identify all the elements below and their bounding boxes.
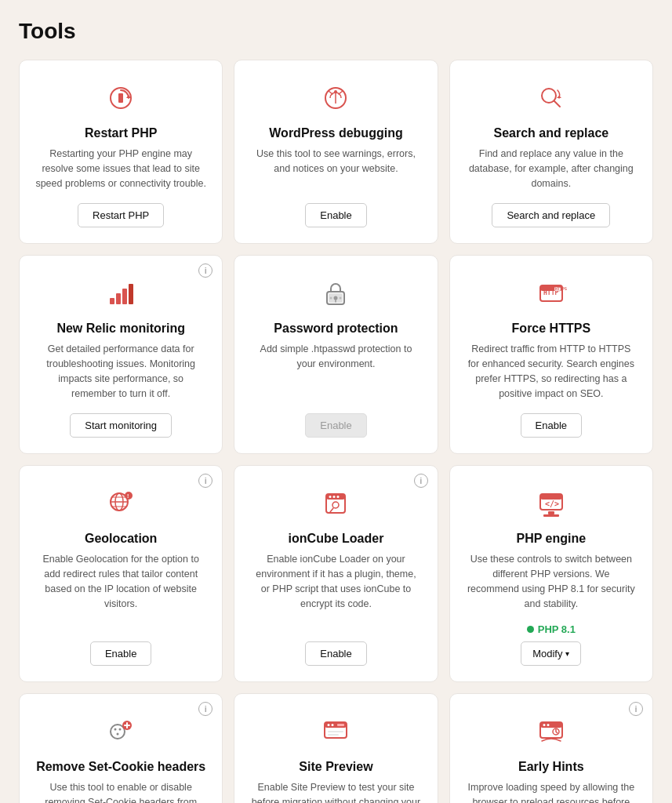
svg-rect-11 [122, 289, 127, 304]
card-search-replace-desc: Find and replace any value in the databa… [466, 147, 637, 191]
card-site-preview-title: Site Preview [299, 760, 372, 774]
new-relic-info-icon[interactable]: i [198, 263, 212, 278]
card-geolocation: i ! Geolocation Enable Geolocation for t… [19, 465, 223, 682]
svg-point-52 [332, 724, 334, 726]
start-monitoring-button[interactable]: Start monitoring [70, 413, 172, 438]
card-early-hints-title: Early Hints [518, 760, 584, 774]
php-version-label: PHP 8.1 [538, 623, 576, 635]
card-site-preview: Site Preview Enable Site Preview to test… [234, 693, 438, 803]
card-early-hints: i Early Hints Improve loading speed by a… [449, 693, 653, 803]
svg-rect-38 [540, 494, 562, 500]
card-geolocation-actions: Enable [35, 641, 206, 666]
card-geolocation-desc: Enable Geolocation for the option to add… [35, 552, 206, 629]
ioncube-enable-button[interactable]: Enable [305, 641, 366, 666]
card-ioncube-actions: Enable [250, 641, 421, 666]
geolocation-enable-button[interactable]: Enable [90, 641, 151, 666]
card-force-https-title: Force HTTPS [512, 322, 590, 336]
modify-label: Modify [532, 648, 562, 659]
card-search-replace-title: Search and replace [493, 126, 608, 140]
php-engine-icon: </> [532, 485, 570, 522]
early-hints-icon [532, 713, 570, 750]
force-https-icon: HTTP HTTPS [532, 274, 570, 312]
card-php-engine-actions: PHP 8.1 Modify ▾ [466, 623, 637, 666]
svg-rect-2 [118, 93, 123, 103]
svg-rect-41 [543, 514, 559, 517]
svg-text:</>: </> [545, 500, 559, 508]
card-php-engine-title: PHP engine [517, 532, 587, 546]
wordpress-debugging-enable-button[interactable]: Enable [305, 203, 366, 227]
svg-rect-40 [548, 511, 554, 514]
svg-point-45 [117, 733, 119, 736]
search-replace-icon [532, 79, 570, 117]
svg-point-36 [332, 502, 339, 508]
svg-rect-12 [129, 284, 133, 304]
card-new-relic: i New Relic monitoring Get detailed perf… [19, 255, 223, 454]
svg-point-43 [114, 729, 117, 731]
svg-text:HTTPS: HTTPS [555, 286, 567, 291]
card-ioncube-desc: Enable ionCube Loader on your environmen… [250, 552, 421, 629]
geolocation-info-icon[interactable]: i [198, 474, 212, 488]
card-php-engine: </> PHP engine Use these controls to swi… [449, 465, 653, 682]
page-title: Tools [19, 19, 653, 44]
svg-point-35 [337, 496, 340, 498]
card-password-protection-desc: Add simple .htpasswd protection to your … [250, 342, 421, 401]
ioncube-icon [317, 485, 354, 522]
remove-cookie-info-icon[interactable]: i [198, 702, 212, 716]
svg-point-5 [334, 90, 337, 93]
new-relic-icon [102, 274, 140, 312]
site-preview-icon [317, 713, 354, 750]
card-ioncube: i ionCube Loader Enable ionCube Loader o… [234, 465, 438, 682]
svg-point-33 [329, 496, 332, 498]
svg-rect-10 [116, 293, 121, 304]
svg-rect-9 [110, 298, 114, 304]
card-restart-php-actions: Restart PHP [35, 203, 206, 227]
card-password-protection-actions: Enable [250, 413, 421, 438]
card-search-replace: Search and replace Find and replace any … [449, 60, 653, 244]
card-new-relic-desc: Get detailed performance data for troubl… [35, 342, 206, 401]
card-new-relic-actions: Start monitoring [35, 413, 206, 438]
svg-point-34 [333, 496, 336, 498]
card-wordpress-debugging-title: WordPress debugging [269, 126, 402, 140]
card-php-engine-desc: Use these controls to switch between dif… [466, 552, 637, 611]
card-restart-php-desc: Restarting your PHP engine may resolve s… [35, 147, 206, 191]
svg-rect-55 [328, 734, 339, 736]
card-wordpress-debugging: WordPress debugging Use this tool to see… [234, 60, 438, 244]
card-restart-php: Restart PHP Restarting your PHP engine m… [19, 60, 223, 244]
ioncube-info-icon[interactable]: i [414, 474, 428, 488]
force-https-enable-button[interactable]: Enable [521, 413, 582, 438]
card-site-preview-desc: Enable Site Preview to test your site be… [250, 780, 421, 803]
svg-rect-53 [337, 724, 344, 726]
svg-rect-54 [328, 731, 343, 732]
tools-grid: Restart PHP Restarting your PHP engine m… [19, 60, 653, 803]
early-hints-info-icon[interactable]: i [629, 702, 643, 716]
card-search-replace-actions: Search and replace [466, 203, 637, 227]
svg-line-7 [554, 101, 560, 107]
svg-marker-8 [557, 96, 561, 98]
svg-point-44 [119, 729, 122, 731]
card-remove-set-cookie-desc: Use this tool to enable or disable remov… [35, 780, 206, 803]
card-early-hints-desc: Improve loading speed by allowing the br… [466, 780, 637, 803]
card-wordpress-debugging-desc: Use this tool to see warnings, errors, a… [250, 147, 421, 191]
card-password-protection-title: Password protection [274, 322, 398, 336]
card-restart-php-title: Restart PHP [85, 126, 157, 140]
php-version-status: PHP 8.1 [527, 623, 576, 635]
card-remove-set-cookie-title: Remove Set-Cookie headers [36, 760, 205, 774]
php-modify-button[interactable]: Modify ▾ [521, 641, 581, 666]
restart-php-icon [102, 79, 140, 117]
restart-php-button[interactable]: Restart PHP [78, 203, 164, 227]
card-force-https-desc: Redirect traffic from HTTP to HTTPS for … [466, 342, 637, 401]
card-force-https: HTTP HTTPS Force HTTPS Redirect traffic … [449, 255, 653, 454]
modify-chevron-icon: ▾ [565, 649, 569, 658]
card-password-protection: Password protection Add simple .htpasswd… [234, 255, 438, 454]
svg-point-18 [340, 297, 342, 300]
card-remove-set-cookie: i Remove Set-Cookie headers Use this too… [19, 693, 223, 803]
search-replace-button[interactable]: Search and replace [492, 203, 610, 227]
geolocation-icon: ! [102, 485, 140, 522]
php-status-dot [527, 626, 534, 633]
svg-point-59 [547, 724, 549, 726]
svg-point-58 [543, 724, 545, 726]
card-geolocation-title: Geolocation [85, 532, 157, 546]
card-wordpress-debugging-actions: Enable [250, 203, 421, 227]
wordpress-debug-icon [317, 79, 354, 117]
card-ioncube-title: ionCube Loader [289, 532, 384, 546]
